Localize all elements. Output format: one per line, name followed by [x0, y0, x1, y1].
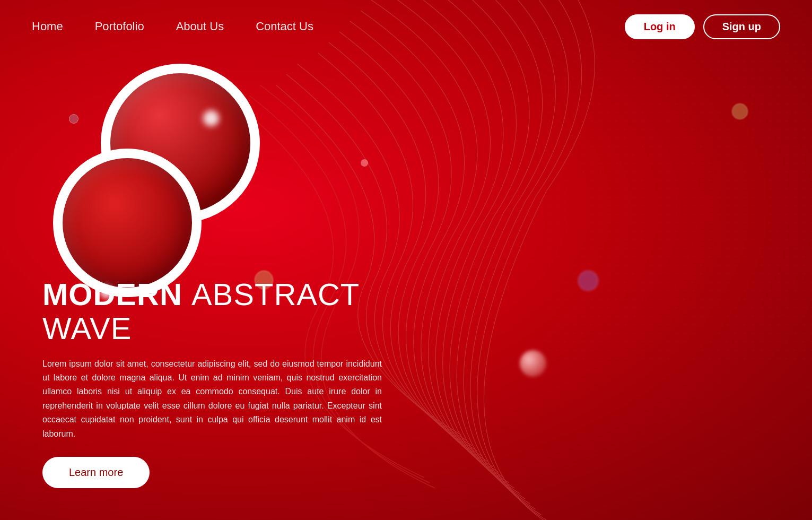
hero-content: MODERN ABSTRACT WAVE Lorem ipsum dolor s…	[42, 278, 382, 488]
login-button[interactable]: Log in	[625, 14, 695, 39]
hero-body-text: Lorem ipsum dolor sit amet, consectetur …	[42, 357, 382, 441]
orb-4	[361, 159, 368, 167]
navbar: Home Portofolio About Us Contact Us Log …	[0, 0, 812, 53]
signup-button[interactable]: Sign up	[703, 14, 780, 39]
circle-2	[53, 149, 202, 297]
nav-portfolio[interactable]: Portofolio	[95, 20, 144, 33]
hero-headline: MODERN ABSTRACT WAVE	[42, 278, 382, 345]
nav-actions: Log in Sign up	[625, 14, 780, 39]
nav-home[interactable]: Home	[32, 20, 63, 33]
circle-1-highlight	[203, 110, 219, 126]
nav-about[interactable]: About Us	[176, 20, 224, 33]
orb-6	[520, 350, 546, 377]
nav-contact[interactable]: Contact Us	[256, 20, 313, 33]
nav-links: Home Portofolio About Us Contact Us	[32, 20, 313, 33]
orb-5	[578, 271, 598, 291]
orb-7	[732, 103, 748, 119]
headline-bold: MODERN	[42, 277, 182, 311]
learn-more-button[interactable]: Learn more	[42, 457, 150, 488]
